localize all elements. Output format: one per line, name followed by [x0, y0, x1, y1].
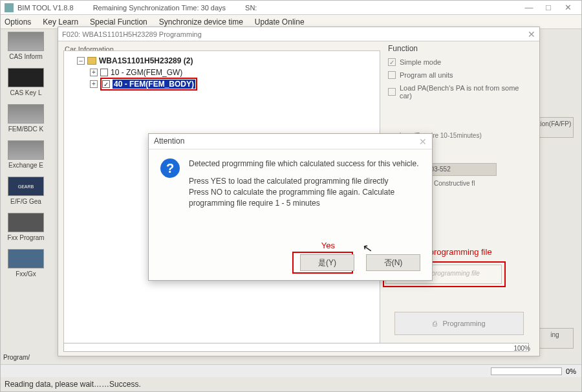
programming-titlebar: F020: WBA1S1101H5H23289 Programming ✕	[58, 27, 539, 41]
programming-close-icon[interactable]: ✕	[528, 29, 535, 39]
function-label: Function	[388, 44, 535, 53]
sn-label: SN:	[245, 4, 257, 12]
expand-icon[interactable]: +	[90, 80, 98, 88]
dialog-titlebar: Attention ✕	[149, 134, 432, 149]
tree-node-zgm[interactable]: + 10 - ZGM(FEM_GW)	[68, 67, 376, 78]
no-button[interactable]: 否(N)	[366, 254, 420, 271]
chk-simple-mode[interactable]: ✓Simple mode	[388, 58, 533, 66]
menu-special[interactable]: Special Function	[90, 17, 147, 27]
maximize-icon[interactable]: □	[539, 3, 558, 12]
inner-progressbar	[63, 343, 529, 352]
radio-constructive[interactable]: Constructive fl	[424, 180, 535, 187]
dialog-title: Attention	[154, 136, 184, 146]
minimize-icon[interactable]: —	[519, 3, 539, 12]
main-window: BIM TOOL V1.8.8 Remaining Synchronizatio…	[0, 0, 582, 392]
question-icon: ?	[160, 158, 180, 178]
programming-button[interactable]: ⎙ Programming	[394, 312, 524, 335]
sync-time-label: Remaining Synchronization Time: 30 days	[93, 4, 226, 12]
menu-syncdev[interactable]: Synchronize device time	[159, 17, 243, 27]
chk-program-all[interactable]: Program all units	[388, 71, 533, 79]
tree-node-fem[interactable]: + ✓ 40 - FEM(FEM_BODY)	[68, 78, 376, 90]
sidebar-item-gearbox[interactable]: GEARBE/F/G Gea	[3, 177, 48, 205]
collapse-icon[interactable]: –	[77, 57, 85, 65]
folder-icon	[87, 57, 96, 65]
checkbox-checked[interactable]: ✓	[102, 80, 110, 88]
sidebar-item-fxxprog[interactable]: Fxx Program	[3, 213, 48, 241]
app-icon	[5, 3, 14, 12]
dialog-text: Detected progrmming file which calculate…	[189, 158, 420, 215]
status-message: Reading data, please wait……Success.	[1, 378, 581, 391]
menu-update[interactable]: Update Online	[255, 17, 305, 27]
main-statusbar: 0%	[1, 364, 581, 377]
sidebar-item-fxxgx[interactable]: Fxx/Gx	[3, 249, 48, 278]
sidebar-bottom-label: Program/	[3, 354, 30, 362]
dialog-close-icon[interactable]: ✕	[419, 136, 427, 146]
main-progress-pct: 0%	[566, 367, 576, 375]
attention-dialog: Attention ✕ ? Detected progrmming file w…	[148, 133, 433, 281]
sidebar-item-cas-key[interactable]: CAS Key L	[3, 68, 48, 96]
sidebar-item-exchange[interactable]: Exchange E	[3, 140, 48, 169]
sidebar-item-cas-info[interactable]: CAS Inform	[3, 32, 48, 60]
sidebar-item-fembdc[interactable]: FEM/BDC K	[3, 104, 48, 133]
left-sidebar: CAS Inform CAS Key L FEM/BDC K Exchange …	[3, 32, 48, 285]
right-button-fa-fp[interactable]: tion(FA/FP)	[536, 117, 574, 138]
menu-options[interactable]: Options	[5, 17, 31, 27]
expand-icon[interactable]: +	[90, 69, 98, 76]
chk-load-pa[interactable]: Load PA(Bench's PA is not from some car)	[388, 84, 533, 100]
app-title: BIM TOOL V1.8.8	[17, 4, 74, 12]
programming-title: F020: WBA1S1101H5H23289 Programming	[62, 30, 202, 38]
main-progressbar	[491, 367, 562, 375]
programming-icon: ⎙	[433, 320, 437, 327]
yes-button[interactable]: 是(Y)	[300, 254, 354, 271]
checkbox-unchecked[interactable]	[100, 69, 108, 76]
inner-progress-pct: 100%	[513, 345, 530, 352]
tree-root[interactable]: – WBA1S1101H5H23289 (2)	[68, 55, 376, 67]
main-titlebar: BIM TOOL V1.8.8 Remaining Synchronizatio…	[1, 1, 581, 15]
yes-annotation: Yes	[321, 241, 335, 250]
close-icon[interactable]: ✕	[558, 3, 577, 12]
right-button-ing[interactable]: ing	[536, 328, 574, 349]
menu-keylearn[interactable]: Key Learn	[43, 17, 78, 27]
